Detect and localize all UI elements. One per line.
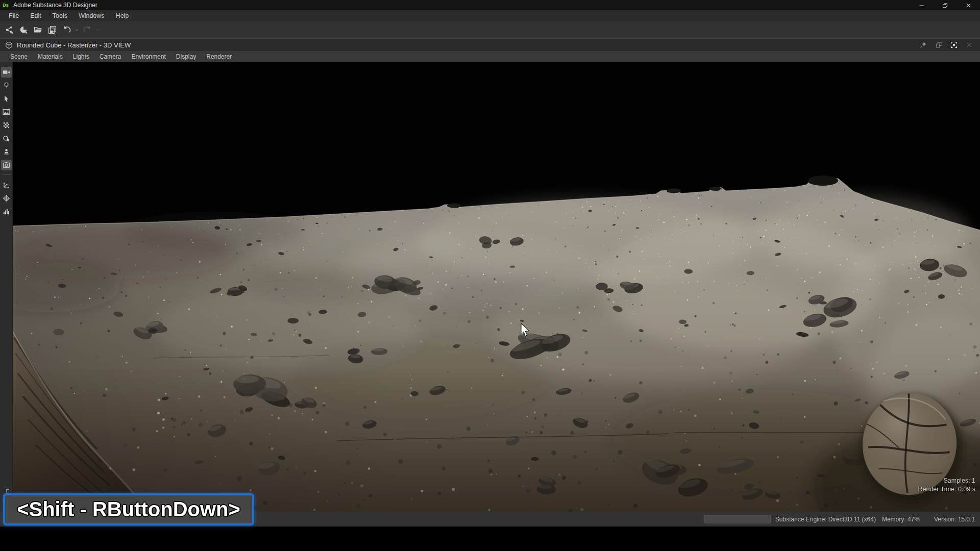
video-camera-icon[interactable] [1, 67, 12, 78]
engine-status: Substance Engine: Direct3D 11 (x64) [775, 516, 876, 523]
menu-bar: FileEditToolsWindowsHelp [0, 10, 980, 21]
side-toolbar [0, 62, 13, 512]
redo-icon[interactable] [81, 23, 93, 36]
viewport-3d[interactable]: Samples: 1 Render Time: 0.09 s [13, 62, 980, 512]
pointer-icon[interactable] [1, 93, 12, 104]
new-graph-icon[interactable] [17, 23, 30, 36]
wireframe-icon[interactable] [1, 193, 12, 204]
save-icon[interactable] [46, 23, 58, 36]
undo-menu-icon[interactable] [74, 23, 80, 36]
avatar-icon[interactable] [1, 146, 12, 157]
panel-menu-scene[interactable]: Scene [5, 53, 33, 60]
menu-file[interactable]: File [3, 10, 24, 21]
memory-status: Memory: 47% [882, 516, 920, 523]
window-title: Adobe Substance 3D Designer [13, 2, 97, 9]
shortcut-text: <Shift - RButtonDown> [17, 498, 240, 521]
restore-button[interactable] [933, 0, 957, 10]
close-button[interactable] [957, 0, 980, 10]
pin-icon[interactable] [920, 41, 927, 48]
minimize-button[interactable] [910, 0, 933, 10]
open-file-icon[interactable] [32, 23, 44, 36]
app-window: Ds Adobe Substance 3D Designer FileEditT… [0, 0, 980, 551]
panel-header: Rounded Cube - Rasterizer - 3D VIEW [0, 38, 980, 51]
panel-menu-materials[interactable]: Materials [33, 53, 68, 60]
panel-menu-camera[interactable]: Camera [94, 53, 127, 60]
samples-value: Samples: 1 [918, 477, 975, 485]
panel-menu-environment[interactable]: Environment [126, 53, 170, 60]
redo-menu-icon[interactable] [94, 23, 101, 36]
expand-icon[interactable] [950, 41, 958, 48]
close-icon[interactable] [966, 41, 973, 48]
app-icon: Ds [2, 2, 9, 9]
panel-menu-lights[interactable]: Lights [68, 53, 94, 60]
menu-tools[interactable]: Tools [47, 10, 73, 21]
main-toolbar [0, 21, 980, 38]
material-icon[interactable] [1, 120, 12, 131]
cube-icon [5, 41, 13, 49]
toolbar-separator [2, 174, 11, 175]
new-package-icon[interactable] [3, 23, 15, 36]
title-bar: Ds Adobe Substance 3D Designer [0, 0, 980, 10]
menu-edit[interactable]: Edit [24, 10, 47, 21]
panel-menu-bar: SceneMaterialsLightsCameraEnvironmentDis… [0, 51, 980, 62]
light-bulb-icon[interactable] [1, 80, 12, 91]
panel-title: Rounded Cube - Rasterizer - 3D VIEW [17, 41, 131, 49]
version-status: Version: 15.0.1 [934, 516, 975, 523]
environment-icon[interactable] [1, 107, 12, 117]
undo-icon[interactable] [60, 23, 72, 36]
viewport-3d-scene[interactable] [13, 62, 980, 512]
histogram-icon[interactable] [1, 206, 12, 217]
float-icon[interactable] [935, 41, 942, 48]
sphere-icon[interactable] [1, 133, 12, 144]
render-view-icon[interactable] [1, 160, 12, 170]
shortcut-overlay: <Shift - RButtonDown> [3, 493, 254, 525]
panel-header-icons [920, 41, 975, 48]
menu-help[interactable]: Help [110, 10, 135, 21]
menu-windows[interactable]: Windows [73, 10, 110, 21]
render-time-value: Render Time: 0.09 s [918, 485, 975, 494]
panel-menu-renderer[interactable]: Renderer [201, 53, 237, 60]
window-controls [910, 0, 980, 10]
render-stats: Samples: 1 Render Time: 0.09 s [918, 477, 975, 494]
progress-bar [704, 515, 771, 523]
panel-menu-display[interactable]: Display [171, 53, 201, 60]
transform-axes-icon[interactable] [1, 180, 12, 190]
work-area: Samples: 1 Render Time: 0.09 s [0, 62, 980, 512]
